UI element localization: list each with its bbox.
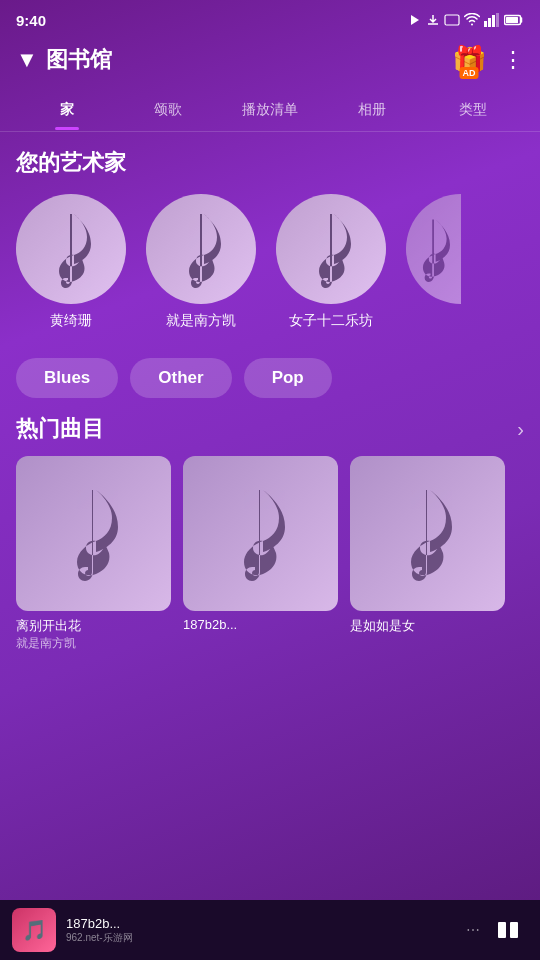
more-button[interactable]: ⋮ (502, 47, 524, 73)
status-icons (408, 13, 524, 27)
svg-rect-10 (492, 15, 495, 27)
top-bar-right: 🎁 AD ⋮ (448, 39, 524, 81)
artist-name-2: 就是南方凯 (166, 312, 236, 330)
svg-marker-0 (411, 15, 419, 25)
song-card-thumb-1 (16, 456, 171, 611)
mini-player-controls: ⋯ (466, 916, 528, 944)
song-card-3[interactable]: 是如如是女 (350, 456, 505, 652)
svg-rect-8 (484, 21, 487, 27)
artist-avatar-1 (16, 194, 126, 304)
download-icon (426, 13, 440, 27)
top-bar: ▼ 图书馆 🎁 AD ⋮ (0, 36, 540, 88)
artist-name-3: 女子十二乐坊 (289, 312, 373, 330)
svg-rect-14 (498, 922, 506, 938)
treble-clef-icon-4 (406, 209, 461, 289)
song-card-title-1: 离别开出花 (16, 617, 171, 635)
tabs-bar: 家 颂歌 播放清单 相册 类型 (0, 88, 540, 132)
artist-item-2[interactable]: 就是南方凯 (146, 194, 256, 330)
ad-badge: AD (460, 67, 479, 79)
song-card-1[interactable]: 离别开出花 就是南方凯 (16, 456, 171, 652)
treble-clef-icon-1 (39, 209, 104, 289)
song-card-title-2: 187b2b... (183, 617, 338, 632)
top-bar-left: ▼ 图书馆 (16, 45, 112, 75)
song-cards-row: 离别开出花 就是南方凯 187b2b... 是如如是女 (16, 456, 524, 652)
song-card-title-3: 是如如是女 (350, 617, 505, 635)
song-card-thumb-2 (183, 456, 338, 611)
svg-rect-13 (506, 17, 518, 23)
mini-prev-icon: ⋯ (466, 922, 480, 938)
treble-clef-icon-2 (169, 209, 234, 289)
status-bar: 9:40 (0, 0, 540, 36)
tab-hymns[interactable]: 颂歌 (118, 91, 220, 129)
tab-home[interactable]: 家 (16, 91, 118, 129)
tab-playlist[interactable]: 播放清单 (219, 91, 321, 129)
svg-rect-9 (488, 18, 491, 27)
battery-icon (504, 14, 524, 26)
artist-avatar-2 (146, 194, 256, 304)
hot-section-arrow[interactable]: › (517, 418, 524, 441)
wifi-icon (464, 13, 480, 27)
keyboard-icon (444, 14, 460, 26)
hot-section-header: 热门曲目 › (16, 414, 524, 444)
hot-section-title: 热门曲目 (16, 414, 104, 444)
status-time: 9:40 (16, 12, 46, 29)
mini-player-title: 187b2b... (66, 916, 456, 931)
artist-avatar-3 (276, 194, 386, 304)
tab-types[interactable]: 类型 (422, 91, 524, 129)
gift-icon: 🎁 AD (452, 44, 487, 77)
song-card-artist-1: 就是南方凯 (16, 635, 171, 652)
treble-clef-thumb-3 (388, 484, 468, 584)
genre-tag-other[interactable]: Other (130, 358, 231, 398)
svg-rect-15 (510, 922, 518, 938)
treble-clef-thumb-1 (54, 484, 134, 584)
pause-icon (496, 920, 524, 940)
mini-play-pause-button[interactable] (492, 916, 528, 944)
genre-tags: Blues Other Pop (16, 358, 524, 398)
library-title: 图书馆 (46, 45, 112, 75)
treble-clef-icon-3 (299, 209, 364, 289)
artist-name-1: 黄绮珊 (50, 312, 92, 330)
svg-rect-11 (496, 13, 499, 27)
artists-section-title: 您的艺术家 (16, 148, 524, 178)
mini-player[interactable]: 🎵 187b2b... 962.net-乐游网 ⋯ (0, 900, 540, 960)
artists-row: 黄绮珊 就是南方凯 女子十二乐坊 (16, 194, 524, 338)
dropdown-arrow[interactable]: ▼ (16, 47, 38, 73)
svg-rect-1 (445, 15, 459, 25)
song-card-2[interactable]: 187b2b... (183, 456, 338, 652)
content-area: 您的艺术家 黄绮珊 就是南方凯 (0, 132, 540, 960)
song-card-thumb-3 (350, 456, 505, 611)
tab-albums[interactable]: 相册 (321, 91, 423, 129)
ad-gift-button[interactable]: 🎁 AD (448, 39, 490, 81)
mini-player-artist: 962.net-乐游网 (66, 931, 456, 945)
artist-item-1[interactable]: 黄绮珊 (16, 194, 126, 330)
artist-avatar-4 (406, 194, 461, 304)
signal-icon (484, 13, 500, 27)
mini-player-info: 187b2b... 962.net-乐游网 (66, 916, 456, 945)
artist-item-4[interactable] (406, 194, 461, 330)
mini-player-thumbnail: 🎵 (12, 908, 56, 952)
treble-clef-thumb-2 (221, 484, 301, 584)
genre-tag-pop[interactable]: Pop (244, 358, 332, 398)
genre-tag-blues[interactable]: Blues (16, 358, 118, 398)
artist-item-3[interactable]: 女子十二乐坊 (276, 194, 386, 330)
play-icon (408, 13, 422, 27)
